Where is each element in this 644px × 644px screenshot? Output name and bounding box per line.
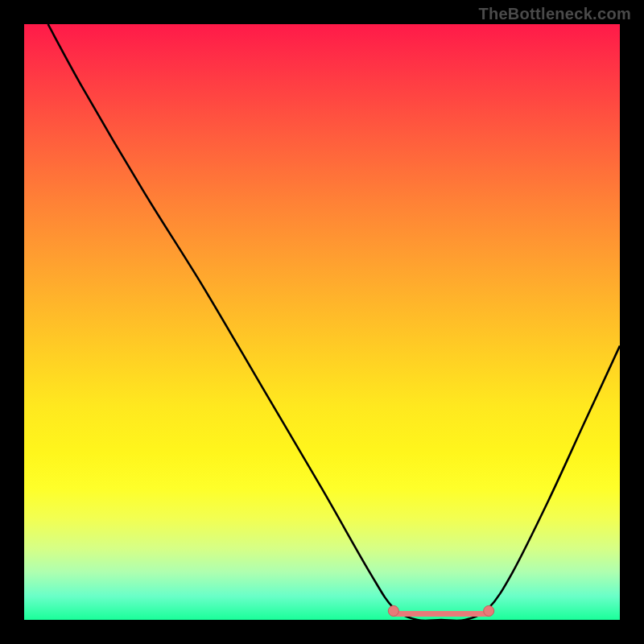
curve-layer — [24, 24, 620, 620]
optimum-end-marker — [484, 605, 494, 616]
watermark-text: TheBottleneck.com — [478, 5, 631, 23]
plot-area — [24, 24, 620, 620]
optimum-start-marker — [388, 605, 398, 616]
bottleneck-curve — [48, 24, 620, 620]
chart-container: TheBottleneck.com — [0, 0, 644, 644]
